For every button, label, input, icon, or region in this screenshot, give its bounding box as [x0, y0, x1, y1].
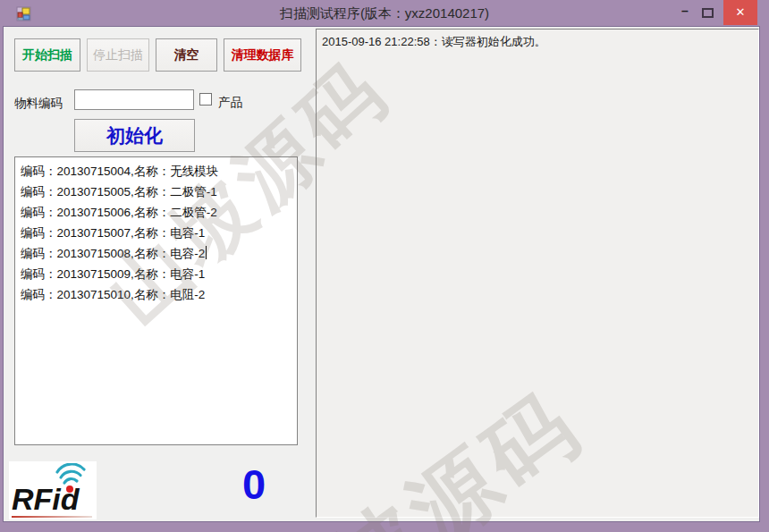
titlebar: 扫描测试程序(版本：yxz20140217) – ✕ — [0, 0, 769, 27]
rfid-logo: RFid — [9, 461, 97, 519]
list-item[interactable]: 编码：20130715006,名称：二极管-2 — [17, 202, 295, 223]
list-item[interactable]: 编码：20130715007,名称：电容-1 — [17, 223, 295, 243]
list-item[interactable]: 编码：20130715009,名称：电容-1 — [17, 264, 295, 284]
product-checkbox-label: 产品 — [218, 95, 242, 111]
text-caret — [206, 246, 207, 259]
log-textbox[interactable]: 2015-09-16 21:22:58：读写器初始化成功。 — [316, 29, 759, 518]
list-item[interactable]: 编码：20130715010,名称：电阻-2 — [17, 284, 295, 305]
list-item[interactable]: 编码：20130715004,名称：无线模块 — [17, 161, 295, 182]
log-line: 2015-09-16 21:22:58：读写器初始化成功。 — [322, 35, 546, 48]
left-panel: 开始扫描 停止扫描 清空 清理数据库 物料编码 产品 初始化 编码：201307… — [4, 27, 316, 521]
scan-result-listbox[interactable]: 编码：20130715004,名称：无线模块 编码：20130715005,名称… — [14, 156, 298, 445]
app-window: 扫描测试程序(版本：yxz20140217) – ✕ 开始扫描 停止扫描 清空 … — [0, 0, 769, 532]
scan-counter: 0 — [216, 463, 292, 505]
stop-scan-button: 停止扫描 — [87, 38, 149, 72]
client-area: 开始扫描 停止扫描 清空 清理数据库 物料编码 产品 初始化 编码：201307… — [4, 27, 759, 521]
close-button[interactable]: ✕ — [723, 0, 757, 25]
list-item[interactable]: 编码：20130715008,名称：电容-2 — [17, 243, 295, 264]
window-title: 扫描测试程序(版本：yxz20140217) — [0, 0, 769, 27]
rfid-logo-text: RFid — [12, 484, 80, 514]
material-code-input[interactable] — [74, 89, 194, 110]
list-item-text: 编码：20130715008,名称：电容-2 — [21, 247, 205, 260]
clear-button[interactable]: 清空 — [156, 38, 217, 72]
material-code-label: 物料编码 — [14, 96, 63, 112]
product-checkbox[interactable] — [199, 93, 212, 106]
maximize-icon[interactable] — [702, 8, 714, 18]
start-scan-button[interactable]: 开始扫描 — [14, 38, 80, 72]
initialize-button[interactable]: 初始化 — [74, 119, 195, 152]
list-item[interactable]: 编码：20130715005,名称：二极管-1 — [17, 182, 295, 202]
window-controls: – ✕ — [675, 0, 757, 25]
logo-underline — [12, 516, 92, 518]
minimize-button[interactable]: – — [675, 0, 695, 25]
clean-database-button[interactable]: 清理数据库 — [224, 38, 301, 72]
